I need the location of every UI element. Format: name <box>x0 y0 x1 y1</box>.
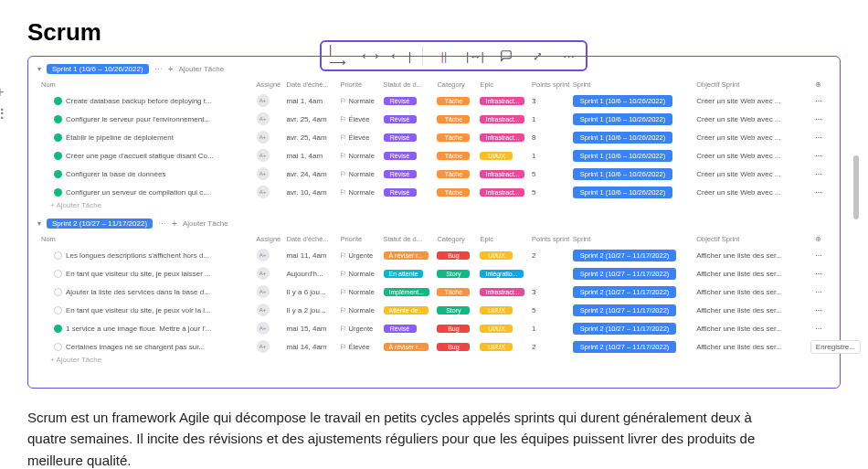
col-category[interactable]: Category <box>433 78 476 91</box>
table-row[interactable]: Établir le pipeline de déploiement A+ av… <box>37 128 831 146</box>
priority-cell[interactable]: ⚐ Normale <box>336 146 379 165</box>
date-cell[interactable]: avr. 25, 4am <box>283 110 337 128</box>
status-pill[interactable]: Révisé <box>384 170 417 178</box>
date-cell[interactable]: avr. 24, 4am <box>283 165 337 183</box>
points-cell[interactable]: 2 <box>528 337 569 356</box>
points-cell[interactable]: 5 <box>528 165 569 183</box>
sprint-2-tag[interactable]: Sprint 2 (10/27 – 11/17/2022) <box>47 219 153 229</box>
priority-cell[interactable]: ⚐ Normale <box>336 91 379 110</box>
table-row[interactable]: Configurer un serveur de compilation qui… <box>37 183 831 201</box>
assignee-avatar[interactable]: A+ <box>257 149 270 162</box>
circle-icon[interactable] <box>54 270 62 278</box>
points-cell[interactable]: 2 <box>528 246 569 264</box>
col-sprint[interactable]: Sprint <box>569 78 693 91</box>
date-cell[interactable]: mai 14, 4am <box>283 337 337 356</box>
circle-icon[interactable] <box>54 343 62 351</box>
row-more-icon[interactable]: ⋯ <box>811 128 831 146</box>
date-cell[interactable]: Il y a 2 jou... <box>283 301 337 319</box>
sprint-pill[interactable]: Sprint 2 (10/27 – 11/17/2022) <box>573 250 677 261</box>
priority-cell[interactable]: ⚐ Normale <box>336 282 379 301</box>
col-name[interactable]: Nom <box>37 78 253 91</box>
col-add[interactable]: ⊕ <box>811 78 831 91</box>
epic-pill[interactable]: Infrastract... <box>480 188 524 197</box>
points-cell[interactable]: 3 <box>528 282 569 301</box>
points-cell[interactable]: 1 <box>528 146 569 165</box>
col-epic[interactable]: Epic <box>476 232 528 246</box>
epic-pill[interactable]: UI/UX <box>480 251 513 260</box>
collapse-icon[interactable]: ▾ <box>37 219 41 228</box>
table-row[interactable]: En tant que visiteur du site, je peux vo… <box>37 301 831 319</box>
priority-cell[interactable]: ⚐ Normale <box>336 165 379 183</box>
row-more-icon[interactable]: ⋯ <box>811 319 831 337</box>
status-pill[interactable]: Attente de... <box>384 306 429 314</box>
row-more-icon[interactable]: ⋯ <box>811 146 831 165</box>
add-task-button[interactable]: Ajouter Tâche <box>178 65 224 73</box>
check-icon[interactable] <box>54 188 62 197</box>
row-more-icon[interactable]: ⋯ <box>811 110 831 128</box>
col-category[interactable]: Category <box>433 232 476 246</box>
category-pill[interactable]: Tâche <box>437 152 470 160</box>
sprint-pill[interactable]: Sprint 1 (10/6 – 10/26/2022) <box>573 95 672 107</box>
add-icon[interactable]: + <box>172 219 177 229</box>
sprint-pill[interactable]: Sprint 2 (10/27 – 11/17/2022) <box>573 323 677 335</box>
check-icon[interactable] <box>54 325 62 333</box>
status-pill[interactable]: Révisé <box>384 325 417 333</box>
epic-pill[interactable]: UI/UX <box>480 343 513 351</box>
save-button[interactable]: Enregistre... <box>810 340 861 354</box>
col-points[interactable]: Points sprint <box>528 78 569 91</box>
col-points[interactable]: Points sprint <box>528 232 569 246</box>
row-more-icon[interactable]: ⋯ <box>811 301 831 319</box>
table-row[interactable]: Configurer le serveur pour l'environneme… <box>37 110 831 128</box>
assignee-avatar[interactable]: A+ <box>257 112 270 125</box>
table-row[interactable]: Ajouter la liste des services dans la ba… <box>37 282 831 301</box>
col-status[interactable]: Statut de d... <box>380 232 434 246</box>
status-pill[interactable]: À réviser r... <box>384 251 429 260</box>
category-pill[interactable]: Tâche <box>437 97 470 105</box>
sprint-pill[interactable]: Sprint 1 (10/6 – 10/26/2022) <box>573 132 672 144</box>
points-cell[interactable]: 8 <box>528 128 569 146</box>
sprint-pill[interactable]: Sprint 1 (10/6 – 10/26/2022) <box>573 150 672 162</box>
goal-cell[interactable]: Créer un site Web avec ... <box>693 91 811 110</box>
category-pill[interactable]: Bug <box>437 251 470 260</box>
category-pill[interactable]: Tâche <box>437 133 470 142</box>
assignee-avatar[interactable]: A+ <box>257 267 270 280</box>
goal-cell[interactable]: Afficher une liste des ser... <box>693 337 811 356</box>
epic-pill[interactable]: Infrastract... <box>480 133 524 142</box>
priority-cell[interactable]: ⚐ Normale <box>336 183 379 201</box>
table-row[interactable]: 1 service a une image floue. Mettre à jo… <box>37 319 831 337</box>
priority-cell[interactable]: ⚐ Élevée <box>336 337 379 356</box>
category-pill[interactable]: Story <box>437 270 470 278</box>
scrollbar[interactable] <box>853 155 859 219</box>
sprint-1-tag[interactable]: Sprint 1 (10/6 – 10/26/2022) <box>47 64 149 74</box>
row-more-icon[interactable]: ⋯ <box>811 165 831 183</box>
goal-cell[interactable]: Créer un site Web avec ... <box>693 110 811 128</box>
assignee-avatar[interactable]: A+ <box>257 249 270 261</box>
sprint-pill[interactable]: Sprint 2 (10/27 – 11/17/2022) <box>573 304 677 316</box>
sprint-pill[interactable]: Sprint 1 (10/6 – 10/26/2022) <box>573 168 672 180</box>
sprint-pill[interactable]: Sprint 2 (10/27 – 11/17/2022) <box>573 268 677 280</box>
epic-pill[interactable]: UI/UX <box>480 325 513 333</box>
points-cell[interactable] <box>528 264 569 282</box>
goal-cell[interactable]: Créer un site Web avec ... <box>693 165 811 183</box>
table-row[interactable]: Créer une page d'accueil statique disant… <box>37 146 831 165</box>
status-pill[interactable]: Révisé <box>384 115 417 123</box>
goal-cell[interactable]: Créer un site Web avec ... <box>693 128 811 146</box>
add-block-icon[interactable]: + <box>0 84 5 101</box>
col-priority[interactable]: Priorité <box>336 232 379 246</box>
check-icon[interactable] <box>54 170 62 178</box>
priority-cell[interactable]: ⚐ Élevée <box>336 128 379 146</box>
check-icon[interactable] <box>54 152 62 160</box>
col-name[interactable]: Nom <box>37 232 253 246</box>
category-pill[interactable]: Tâche <box>437 170 470 178</box>
row-more-icon[interactable]: ⋯ <box>811 246 831 264</box>
goal-cell[interactable]: Afficher une liste des ser... <box>693 301 811 319</box>
row-more-icon[interactable]: ⋯ <box>811 183 831 201</box>
col-assignee[interactable]: Assigné <box>253 78 283 91</box>
goal-cell[interactable]: Créer un site Web avec ... <box>693 183 811 201</box>
circle-icon[interactable] <box>54 306 62 314</box>
category-pill[interactable]: Tâche <box>437 288 470 296</box>
status-pill[interactable]: Révisé <box>384 188 417 197</box>
epic-pill[interactable]: Infrastract... <box>480 97 524 105</box>
epic-pill[interactable]: Infrastract... <box>480 170 524 178</box>
date-cell[interactable]: avr. 25, 4am <box>283 128 337 146</box>
